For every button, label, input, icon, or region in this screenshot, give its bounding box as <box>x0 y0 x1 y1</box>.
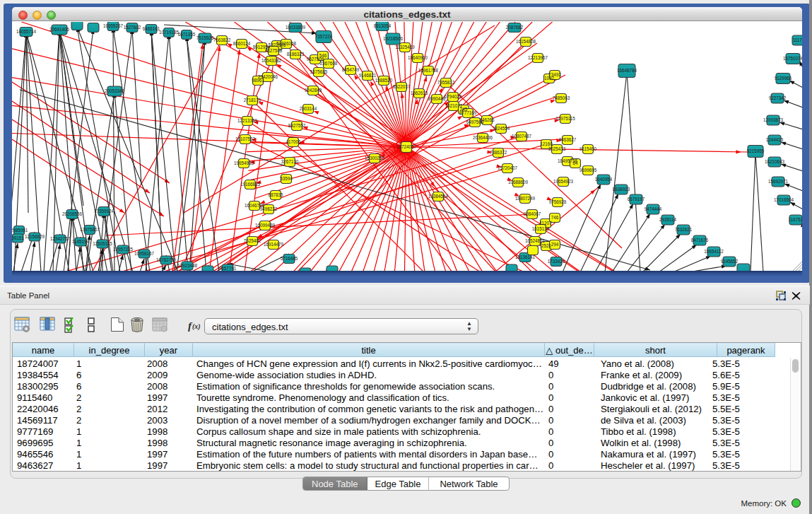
svg-text:12213369: 12213369 <box>237 118 258 123</box>
svg-text:53594: 53594 <box>280 176 293 181</box>
svg-text:9498222: 9498222 <box>260 206 278 211</box>
svg-text:10958167: 10958167 <box>134 251 155 256</box>
svg-text:1588520: 1588520 <box>375 78 393 83</box>
svg-text:2521: 2521 <box>541 243 552 248</box>
svg-text:11207: 11207 <box>539 221 552 226</box>
svg-text:6466161: 6466161 <box>143 26 160 31</box>
svg-text:6679197: 6679197 <box>628 197 645 201</box>
svg-text:20053346: 20053346 <box>105 88 125 93</box>
svg-text:16099489: 16099489 <box>255 223 276 228</box>
svg-text:7955812: 7955812 <box>437 80 455 85</box>
svg-text:18807249: 18807249 <box>515 196 536 201</box>
svg-text:9327508: 9327508 <box>265 48 283 53</box>
svg-text:16543382: 16543382 <box>261 58 282 63</box>
svg-text:8322037: 8322037 <box>393 84 411 89</box>
svg-text:9227342: 9227342 <box>769 95 787 100</box>
svg-text:2935114: 2935114 <box>659 217 677 222</box>
svg-text:20691406: 20691406 <box>49 27 70 32</box>
svg-text:64: 64 <box>572 160 578 165</box>
svg-text:9699695: 9699695 <box>579 168 597 173</box>
svg-text:19654923: 19654923 <box>553 179 574 184</box>
svg-text:6671355: 6671355 <box>178 32 196 37</box>
svg-text:10688609: 10688609 <box>508 180 529 185</box>
svg-text:98961: 98961 <box>252 78 264 83</box>
svg-text:7515526: 7515526 <box>196 35 214 40</box>
svg-text:19654983: 19654983 <box>234 160 254 165</box>
svg-text:12342757: 12342757 <box>50 236 71 241</box>
svg-text:16033809: 16033809 <box>286 25 306 30</box>
svg-text:8660124: 8660124 <box>233 41 251 46</box>
svg-text:7357224: 7357224 <box>315 34 333 39</box>
svg-text:10807487: 10807487 <box>512 134 532 139</box>
svg-text:8186323: 8186323 <box>287 52 305 57</box>
svg-text:20206556: 20206556 <box>62 211 83 216</box>
svg-text:9777169: 9777169 <box>459 110 477 115</box>
svg-text:746: 746 <box>551 215 559 220</box>
svg-text:2367608: 2367608 <box>320 61 338 66</box>
svg-text:16524851: 16524851 <box>525 238 546 243</box>
svg-text:73493: 73493 <box>548 72 561 77</box>
svg-text:2803144: 2803144 <box>300 106 317 111</box>
svg-text:8471676: 8471676 <box>691 238 709 243</box>
svg-text:15751074: 15751074 <box>783 56 802 61</box>
svg-text:8938923: 8938923 <box>613 187 630 192</box>
svg-text:5375685: 5375685 <box>310 69 328 74</box>
svg-text:2985061: 2985061 <box>12 228 28 233</box>
svg-text:7485063: 7485063 <box>553 95 570 100</box>
svg-text:1362615: 1362615 <box>411 90 428 95</box>
svg-text:10654112: 10654112 <box>704 249 724 254</box>
svg-text:2718176: 2718176 <box>244 98 261 103</box>
svg-text:9115460: 9115460 <box>579 146 597 151</box>
svg-text:9146821: 9146821 <box>359 73 377 78</box>
svg-text:8813054: 8813054 <box>374 23 392 28</box>
svg-text:3267130: 3267130 <box>281 159 299 164</box>
svg-text:7663822: 7663822 <box>213 37 231 42</box>
svg-text:19218506: 19218506 <box>383 36 404 41</box>
svg-text:746266: 746266 <box>479 117 495 122</box>
svg-text:19384554: 19384554 <box>428 194 449 199</box>
svg-text:8427552: 8427552 <box>288 123 306 128</box>
svg-text:9463627: 9463627 <box>559 137 577 142</box>
svg-text:53226058: 53226058 <box>276 41 297 46</box>
svg-text:17016504: 17016504 <box>774 197 794 202</box>
svg-text:12093873: 12093873 <box>763 117 784 122</box>
svg-text:16914479: 16914479 <box>264 242 284 247</box>
svg-text:16107552: 16107552 <box>235 136 256 141</box>
svg-text:6794028: 6794028 <box>445 94 462 99</box>
svg-text:15720407: 15720407 <box>498 165 518 170</box>
svg-text:2087682: 2087682 <box>506 25 524 30</box>
svg-text:1145194: 1145194 <box>72 239 90 244</box>
svg-text:19166825: 19166825 <box>240 182 261 187</box>
svg-text:5716485: 5716485 <box>281 256 298 261</box>
svg-text:9756928: 9756928 <box>549 199 567 204</box>
svg-text:7625402: 7625402 <box>244 238 261 243</box>
svg-text:1244415: 1244415 <box>766 137 784 142</box>
svg-text:12923448: 12923448 <box>177 263 198 268</box>
svg-text:12213967: 12213967 <box>528 55 548 60</box>
svg-text:887835: 887835 <box>268 192 283 197</box>
svg-text:16648784: 16648784 <box>617 68 637 73</box>
svg-text:116753: 116753 <box>789 217 802 222</box>
svg-text:9084067: 9084067 <box>524 211 541 216</box>
svg-text:14136141: 14136141 <box>515 255 536 259</box>
svg-text:8215955: 8215955 <box>747 148 765 153</box>
svg-text:15300215: 15300215 <box>365 156 385 160</box>
svg-text:10719185: 10719185 <box>159 30 180 35</box>
svg-text:1025433: 1025433 <box>548 146 566 151</box>
svg-text:7386372: 7386372 <box>490 150 507 155</box>
svg-text:9242848: 9242848 <box>305 88 322 93</box>
svg-text:16961758: 16961758 <box>418 68 439 73</box>
svg-text:8454749: 8454749 <box>342 67 360 72</box>
svg-text:1640954: 1640954 <box>595 177 613 182</box>
svg-text:546: 546 <box>319 53 327 58</box>
svg-text:12160: 12160 <box>540 141 553 146</box>
svg-text:16210643: 16210643 <box>765 159 785 164</box>
svg-text:17359924: 17359924 <box>94 209 114 214</box>
svg-text:14055714: 14055714 <box>16 29 37 34</box>
svg-text:3824554: 3824554 <box>493 126 510 131</box>
svg-text:13975867: 13975867 <box>80 227 100 232</box>
svg-text:11325419: 11325419 <box>395 45 415 49</box>
svg-text:9245652: 9245652 <box>721 259 739 264</box>
svg-text:17957225: 17957225 <box>113 247 134 252</box>
svg-text:16782759: 16782759 <box>156 257 177 262</box>
